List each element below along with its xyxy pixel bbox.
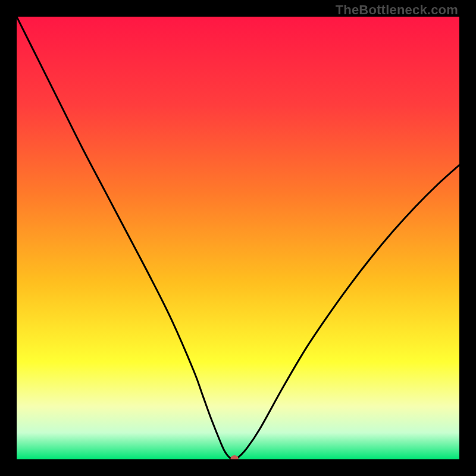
watermark-text: TheBottleneck.com: [336, 2, 458, 18]
chart-frame: TheBottleneck.com: [0, 0, 476, 476]
plot-area: [17, 17, 459, 459]
chart-svg: [17, 17, 459, 459]
gradient-bg: [17, 17, 459, 459]
